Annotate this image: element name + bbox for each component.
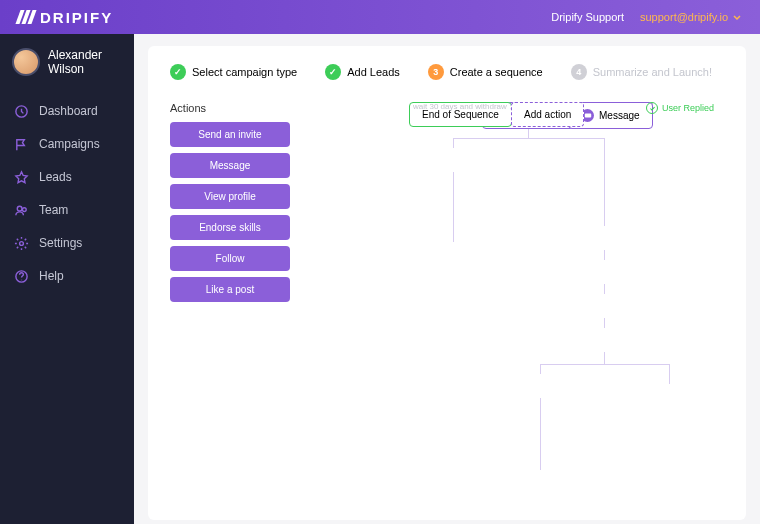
step-1[interactable]: ✓Select campaign type (170, 64, 297, 80)
nav-leads[interactable]: Leads (0, 161, 134, 194)
gear-icon (14, 236, 29, 251)
nav-settings[interactable]: Settings (0, 227, 134, 260)
stepper: ✓Select campaign type ✓Add Leads 3Create… (170, 64, 724, 80)
help-icon (14, 269, 29, 284)
nav-team[interactable]: Team (0, 194, 134, 227)
label-end-sub: wait 30 days and withdraw (413, 102, 507, 111)
brand-logo: DRIPIFY (18, 9, 113, 26)
nav: Dashboard Campaigns Leads Team Settings … (0, 95, 134, 293)
avatar (12, 48, 40, 76)
clock-icon (14, 104, 29, 119)
actions-panel: Actions Send an invite Message View prof… (170, 102, 290, 502)
main: ✓Select campaign type ✓Add Leads 3Create… (134, 34, 760, 524)
action-follow[interactable]: Follow (170, 246, 290, 271)
brand-name: DRIPIFY (40, 9, 113, 26)
user-profile[interactable]: AlexanderWilson (0, 48, 134, 95)
svg-point-1 (17, 206, 22, 211)
logo-icon (18, 10, 34, 24)
action-message[interactable]: Message (170, 153, 290, 178)
username: AlexanderWilson (48, 48, 102, 77)
sidebar: AlexanderWilson Dashboard Campaigns Lead… (0, 34, 134, 524)
nav-help[interactable]: Help (0, 260, 134, 293)
action-like-post[interactable]: Like a post (170, 277, 290, 302)
card: ✓Select campaign type ✓Add Leads 3Create… (148, 46, 746, 520)
sequence-flow: Send an invite ⏱ 1 Hour Accepted Still n… (314, 102, 724, 502)
svg-point-2 (22, 207, 26, 211)
action-endorse-skills[interactable]: Endorse skills (170, 215, 290, 240)
step-2[interactable]: ✓Add Leads (325, 64, 400, 80)
action-send-invite[interactable]: Send an invite (170, 122, 290, 147)
action-view-profile[interactable]: View profile (170, 184, 290, 209)
nav-dashboard[interactable]: Dashboard (0, 95, 134, 128)
flag-icon (14, 137, 29, 152)
svg-point-3 (20, 241, 24, 245)
app-header: DRIPIFY Dripify Support support@dripify.… (0, 0, 760, 34)
step-3[interactable]: 3Create a sequence (428, 64, 543, 80)
node-add-action[interactable]: Add action (511, 102, 584, 127)
actions-title: Actions (170, 102, 290, 114)
users-icon (14, 203, 29, 218)
chevron-down-icon (732, 12, 742, 22)
nav-campaigns[interactable]: Campaigns (0, 128, 134, 161)
label-user-replied: User Replied (646, 102, 714, 114)
svg-rect-6 (584, 113, 590, 117)
support-email[interactable]: support@dripify.io (640, 11, 742, 23)
check-circle-icon (646, 102, 658, 114)
header-right: Dripify Support support@dripify.io (551, 11, 742, 23)
step-4[interactable]: 4Summarize and Launch! (571, 64, 712, 80)
support-link[interactable]: Dripify Support (551, 11, 624, 23)
star-icon (14, 170, 29, 185)
